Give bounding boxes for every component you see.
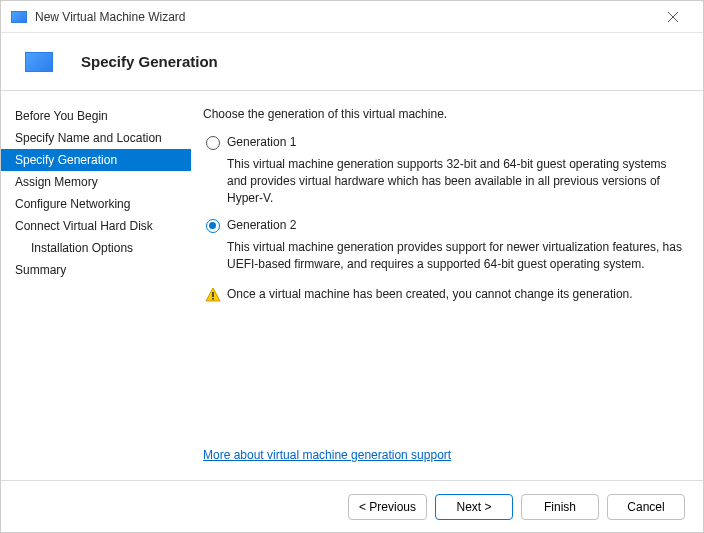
sidebar-step-5[interactable]: Connect Virtual Hard Disk [1, 215, 191, 237]
sidebar-step-3[interactable]: Assign Memory [1, 171, 191, 193]
warning-text: Once a virtual machine has been created,… [227, 287, 633, 303]
sidebar-step-7[interactable]: Summary [1, 259, 191, 281]
gen2-label: Generation 2 [227, 218, 296, 233]
generation-2-option[interactable]: Generation 2 [203, 218, 683, 233]
warning-icon [205, 287, 221, 303]
page-title: Specify Generation [81, 53, 218, 70]
spacer [203, 303, 683, 448]
previous-button[interactable]: < Previous [348, 494, 427, 520]
next-button[interactable]: Next > [435, 494, 513, 520]
sidebar-step-1[interactable]: Specify Name and Location [1, 127, 191, 149]
close-icon [668, 12, 678, 22]
gen2-description: This virtual machine generation provides… [227, 239, 683, 273]
wizard-footer: < Previous Next > Finish Cancel [1, 480, 703, 532]
sidebar-step-2[interactable]: Specify Generation [1, 149, 191, 171]
finish-button[interactable]: Finish [521, 494, 599, 520]
gen1-label: Generation 1 [227, 135, 296, 150]
content-panel: Choose the generation of this virtual ma… [191, 91, 703, 480]
wizard-icon [25, 52, 53, 72]
radio-gen2[interactable] [206, 219, 220, 233]
sidebar-step-4[interactable]: Configure Networking [1, 193, 191, 215]
gen1-description: This virtual machine generation supports… [227, 156, 683, 206]
more-info-link[interactable]: More about virtual machine generation su… [203, 448, 683, 462]
sidebar-step-0[interactable]: Before You Begin [1, 105, 191, 127]
radio-wrapper [203, 218, 223, 233]
radio-gen1[interactable] [206, 136, 220, 150]
wizard-body: Before You BeginSpecify Name and Locatio… [1, 91, 703, 480]
warning-row: Once a virtual machine has been created,… [203, 287, 683, 303]
svg-rect-4 [212, 298, 214, 300]
intro-text: Choose the generation of this virtual ma… [203, 107, 683, 121]
warning-icon-wrapper [203, 287, 223, 303]
radio-wrapper [203, 135, 223, 150]
generation-1-option[interactable]: Generation 1 [203, 135, 683, 150]
cancel-button[interactable]: Cancel [607, 494, 685, 520]
titlebar: New Virtual Machine Wizard [1, 1, 703, 33]
app-icon [11, 11, 27, 23]
svg-rect-3 [212, 292, 214, 297]
wizard-header: Specify Generation [1, 33, 703, 91]
sidebar-step-6[interactable]: Installation Options [1, 237, 191, 259]
window-title: New Virtual Machine Wizard [35, 10, 653, 24]
steps-sidebar: Before You BeginSpecify Name and Locatio… [1, 91, 191, 480]
close-button[interactable] [653, 3, 693, 31]
